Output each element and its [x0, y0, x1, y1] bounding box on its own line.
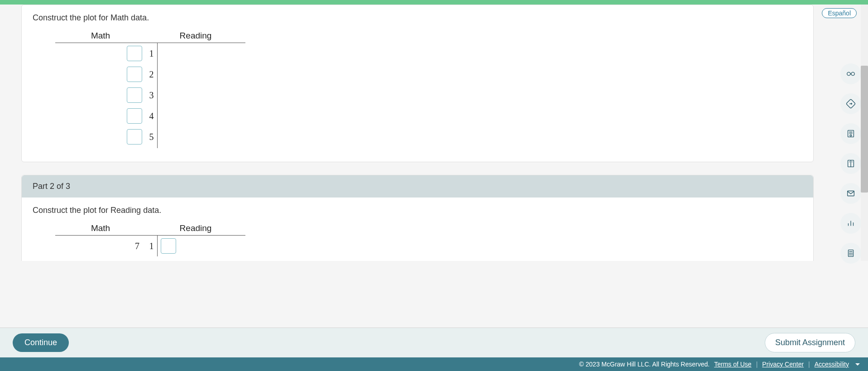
caret-down-icon[interactable] [855, 363, 860, 366]
part2-prompt: Construct the plot for Reading data. [33, 206, 802, 215]
svg-point-0 [847, 72, 850, 75]
math-leaf-static: 7 [132, 241, 142, 251]
copyright-text: © 2023 McGraw Hill LLC. All Rights Reser… [579, 361, 710, 368]
privacy-link[interactable]: Privacy Center [762, 361, 804, 368]
glasses-icon[interactable] [840, 63, 861, 84]
svg-point-18 [849, 253, 850, 254]
math-leaf-input-5[interactable] [127, 129, 142, 145]
svg-rect-12 [848, 191, 854, 196]
footer-bar: © 2023 McGraw Hill LLC. All Rights Reser… [0, 357, 868, 371]
stem-value: 2 [146, 69, 157, 80]
stem-divider [157, 236, 158, 256]
mail-icon[interactable] [840, 183, 861, 204]
part1-prompt: Construct the plot for Math data. [33, 13, 802, 23]
tool-rail [840, 63, 861, 264]
math-leaf-input-4[interactable] [127, 108, 142, 124]
calculator-icon[interactable] [840, 243, 861, 264]
column-header-reading: Reading [146, 31, 245, 43]
stem-value: 3 [146, 90, 157, 101]
part2-panel: Part 2 of 3 Construct the plot for Readi… [21, 175, 814, 261]
stem-value: 1 [146, 48, 157, 59]
navigate-icon[interactable] [840, 93, 861, 114]
action-bar: Continue Submit Assignment [0, 328, 868, 357]
part2-header: Part 2 of 3 [22, 175, 813, 198]
svg-point-1 [851, 72, 854, 75]
svg-point-21 [849, 255, 850, 255]
book-icon[interactable] [840, 153, 861, 174]
scrollbar-thumb[interactable] [861, 66, 868, 193]
part1-panel: Construct the plot for Math data. Math R… [21, 5, 814, 162]
stem-plot-reading: Math Reading 7 1 [55, 223, 802, 256]
main-content-area: Construct the plot for Math data. Math R… [0, 5, 868, 261]
svg-point-20 [852, 253, 852, 254]
chart-icon[interactable] [840, 213, 861, 234]
column-header-math: Math [55, 223, 146, 235]
svg-point-7 [850, 135, 852, 136]
svg-point-23 [852, 255, 852, 255]
stem-value: 5 [146, 132, 157, 142]
terms-link[interactable]: Terms of Use [714, 361, 751, 368]
math-leaf-input-1[interactable] [127, 46, 142, 61]
column-header-reading: Reading [146, 223, 245, 235]
stem-plot-math: Math Reading 1 2 [55, 31, 802, 148]
separator: | [808, 361, 810, 368]
language-button[interactable]: Español [822, 8, 857, 18]
continue-button[interactable]: Continue [13, 333, 69, 352]
stem-value: 1 [146, 241, 157, 251]
math-leaf-input-2[interactable] [127, 67, 142, 82]
column-header-math: Math [55, 31, 146, 43]
svg-point-19 [851, 253, 851, 254]
stem-value: 4 [146, 111, 157, 121]
reading-leaf-input-1[interactable] [161, 238, 176, 254]
accessibility-link[interactable]: Accessibility [815, 361, 849, 368]
separator: | [756, 361, 758, 368]
top-accent-bar [0, 0, 868, 5]
checklist-icon[interactable] [840, 123, 861, 144]
stem-divider [157, 43, 158, 148]
math-leaf-input-3[interactable] [127, 87, 142, 103]
submit-assignment-button[interactable]: Submit Assignment [765, 333, 855, 352]
svg-point-22 [851, 255, 851, 255]
